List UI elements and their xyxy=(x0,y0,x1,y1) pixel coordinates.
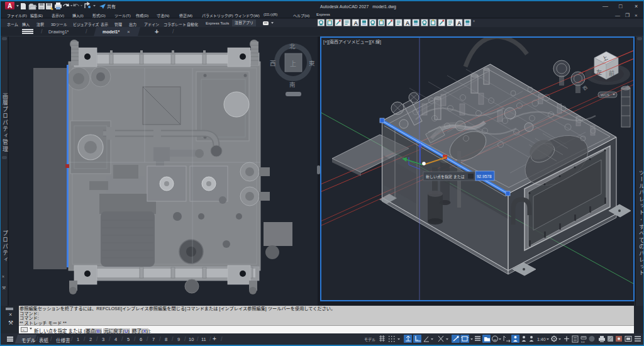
svg-text:北: 北 xyxy=(289,43,296,50)
svg-text:前: 前 xyxy=(609,70,614,77)
svg-text:上: 上 xyxy=(290,60,296,67)
svg-text:[+][南西アイソメビュー][X 線]: [+][南西アイソメビュー][X 線] xyxy=(323,39,381,45)
svg-text:1:40: 1:40 xyxy=(537,337,546,342)
svg-text:南: 南 xyxy=(289,81,296,88)
svg-text:西: 西 xyxy=(270,60,276,67)
svg-text:92.9578: 92.9578 xyxy=(477,174,492,179)
svg-text:共有: 共有 xyxy=(107,4,116,9)
svg-text:A: A xyxy=(406,20,410,26)
svg-text:A: A xyxy=(8,3,12,9)
svg-text:新しい点を指定 または: 新しい点を指定 または xyxy=(426,174,465,179)
svg-text:A: A xyxy=(457,20,462,26)
svg-text:西: 西 xyxy=(582,85,589,92)
svg-text:A: A xyxy=(354,20,358,26)
svg-text:WCS: WCS xyxy=(601,93,609,97)
svg-text:モデル: モデル xyxy=(364,337,375,342)
svg-text:0.0: 0.0 xyxy=(581,340,585,343)
svg-text:x: x xyxy=(473,19,475,23)
svg-text:東: 東 xyxy=(309,60,315,67)
